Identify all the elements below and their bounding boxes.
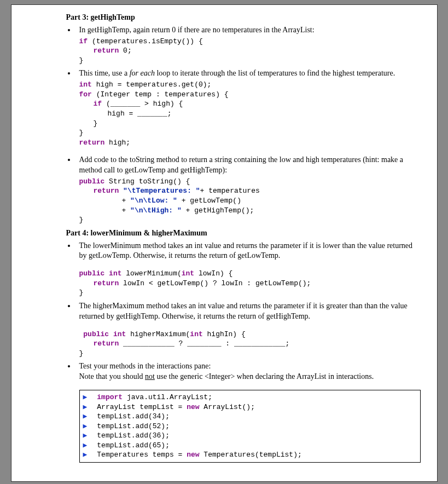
code-blank: high = _______; — [108, 110, 172, 118]
part4-bullet-2: The higherMaximum method takes an int va… — [76, 301, 421, 358]
interactions-box: ▶ import java.util.ArrayList; ▶ ArrayLis… — [79, 390, 421, 463]
kw-new: new — [187, 403, 199, 411]
part4-bullet3a-text: Test your methods in the interactions pa… — [79, 361, 421, 372]
code-blank: (_______ > high) { — [102, 100, 183, 108]
kw-publicint: public int — [79, 269, 122, 278]
code-text: ArrayList(); — [200, 403, 255, 411]
kw-if: if — [94, 100, 102, 108]
part3-code3: public String toString() { return "\tTem… — [79, 177, 421, 225]
code-text: tempList.add(36); — [97, 431, 170, 440]
kw-int: int — [182, 269, 194, 278]
prompt-arrow-icon: ▶ — [83, 431, 93, 441]
str: "\n\tHigh: " — [130, 206, 182, 215]
part3-list: In getHighTemp, again return 0 if there … — [66, 25, 421, 225]
text: use the generic <Integer> when declaring… — [155, 372, 374, 381]
part3-bullet1-text: In getHighTemp, again return 0 if there … — [79, 25, 421, 36]
part3-code2: int high = temperatures.get(0); for (Int… — [79, 80, 421, 147]
document-page: Part 3: getHighTemp In getHighTemp, agai… — [11, 4, 438, 482]
kw-return: return — [79, 139, 105, 147]
code-text: highIn) { — [203, 330, 246, 338]
code-text: lowIn < getLowTemp() ? lowIn : getLowTem… — [119, 279, 311, 287]
part4-bullet3b-text: Note that you should not use the generic… — [79, 372, 421, 382]
interactions-row: ▶ Temperatures temps = new Temperatures(… — [83, 450, 417, 460]
kw-return: return — [94, 339, 119, 348]
kw-if: if — [79, 37, 88, 45]
code-text: java.util.ArrayList; — [123, 393, 212, 401]
code-text: + temperatures — [200, 187, 260, 195]
code-text: higherMaximum( — [126, 330, 190, 338]
part3-code1: if (temperatures.isEmpty()) { return 0; … — [79, 37, 421, 66]
interactions-row: ▶ tempList.add(52); — [83, 422, 417, 431]
part4-bullet-3: Test your methods in the interactions pa… — [76, 361, 421, 463]
code-text: } — [79, 56, 84, 65]
kw-new: new — [187, 451, 199, 459]
prompt-arrow-icon: ▶ — [83, 402, 93, 412]
code-text: + getHighTemp(); — [182, 206, 254, 215]
code-text: + getLowTemp() — [177, 197, 241, 205]
code-text: ArrayList tempList = — [97, 403, 187, 411]
code-text: 0; — [119, 47, 131, 55]
code-text: (temperatures.isEmpty()) { — [88, 37, 203, 45]
part4-code2: public int higherMaximum(int highIn) { r… — [79, 330, 421, 359]
part3-bullet-1: In getHighTemp, again return 0 if there … — [76, 25, 421, 66]
part3-bullet-3: Add code to the toString method to retur… — [76, 155, 421, 225]
prompt-arrow-icon: ▶ — [83, 412, 93, 422]
prompt-arrow-icon: ▶ — [83, 422, 93, 431]
kw-int: int — [79, 80, 92, 89]
part4-list: The lowerMinimum method takes an int val… — [66, 241, 421, 463]
text: This time, use a — [79, 69, 130, 77]
code-text: } — [79, 349, 84, 358]
part4-bullet2-text: The higherMaximum method takes an int va… — [79, 301, 421, 322]
str: "\tTemperatures: " — [123, 187, 200, 195]
interactions-row: ▶ tempList.add(34); — [83, 412, 417, 422]
code-text: + — [122, 206, 131, 215]
part4-bullet-1: The lowerMinimum method takes an int val… — [76, 241, 421, 298]
interactions-row: ▶ tempList.add(65); — [83, 441, 417, 451]
code-blank: ____________ ? ________ : ____________; — [119, 339, 289, 348]
code-text: } — [79, 129, 84, 137]
part3-bullet-2: This time, use a for each loop to iterat… — [76, 68, 421, 147]
text-em: for each — [130, 69, 155, 77]
kw-return: return — [94, 47, 119, 55]
kw-publicint: public int — [83, 330, 126, 338]
code-text: (Integer temp : temperatures) { — [92, 90, 229, 99]
prompt-arrow-icon: ▶ — [83, 441, 93, 451]
text: Note that you should — [79, 372, 146, 381]
code-text: high = temperatures.get(0); — [92, 80, 211, 89]
code-text: } — [79, 119, 98, 128]
interactions-row: ▶ tempList.add(36); — [83, 431, 417, 441]
kw-return: return — [94, 187, 124, 195]
code-text: tempList.add(52); — [97, 422, 170, 430]
code-text: high; — [104, 139, 130, 147]
part3-bullet2-text: This time, use a for each loop to iterat… — [79, 68, 421, 79]
code-text: Temperatures temps = — [97, 451, 187, 459]
text-underline: not — [145, 372, 155, 381]
str: "\n\tLow: " — [130, 197, 177, 205]
code-text: tempList.add(34); — [97, 412, 170, 420]
prompt-arrow-icon: ▶ — [83, 393, 93, 402]
text: loop to iterate through the list of temp… — [155, 69, 395, 77]
code-text: tempList.add(65); — [97, 441, 170, 450]
code-text: } — [79, 216, 84, 224]
code-text: lowerMinimum( — [122, 269, 182, 278]
code-text: String toString() { — [104, 177, 190, 186]
code-text: + — [122, 197, 131, 205]
prompt-arrow-icon: ▶ — [83, 450, 93, 460]
code-text: } — [79, 289, 84, 297]
kw-public: public — [79, 177, 105, 186]
kw-for: for — [79, 90, 92, 99]
kw-return: return — [94, 279, 119, 287]
part3-title: Part 3: getHighTemp — [66, 13, 421, 23]
kw-int: int — [190, 330, 202, 338]
interactions-row: ▶ ArrayList tempList = new ArrayList(); — [83, 402, 417, 412]
kw-import: import — [97, 393, 123, 401]
interactions-row: ▶ import java.util.ArrayList; — [83, 393, 417, 402]
part4-title: Part 4: lowerMinimum & higherMaximum — [66, 228, 421, 239]
code-text: Temperatures(tempList); — [200, 451, 302, 459]
code-text: lowIn) { — [194, 269, 232, 278]
part3-bullet3-text: Add code to the toString method to retur… — [79, 155, 421, 176]
part4-code1: public int lowerMinimum(int lowIn) { ret… — [79, 269, 421, 298]
part4-bullet1-text: The lowerMinimum method takes an int val… — [79, 241, 421, 262]
